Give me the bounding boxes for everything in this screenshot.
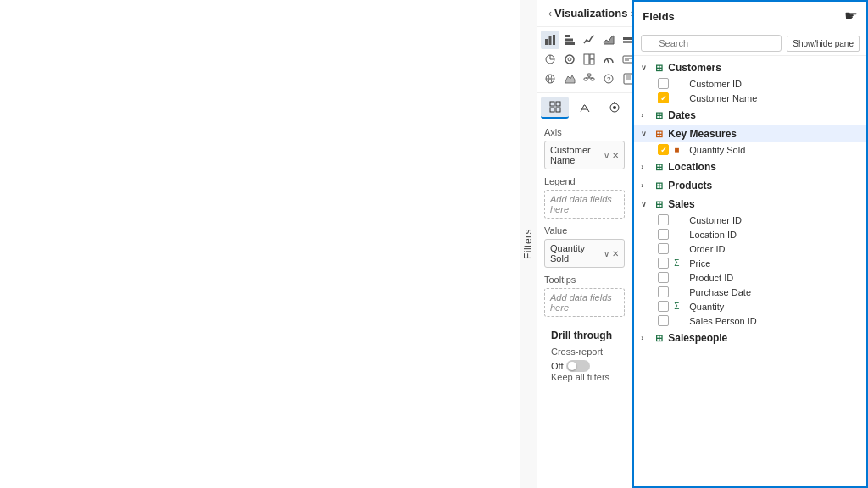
field-price[interactable]: Σ Price [634,256,866,270]
checkbox-sales-person-id[interactable] [658,315,669,326]
viz-icon-map[interactable] [541,69,559,88]
field-label-quantity: Quantity [689,302,860,312]
tab-format[interactable] [570,97,598,119]
viz-icon-treemap[interactable] [580,50,598,69]
filters-sidebar[interactable]: Filters [520,0,537,488]
viz-icon-gauge[interactable] [599,50,618,69]
viz-icon-shape-map[interactable] [560,69,579,88]
table-icon-dates: ⊞ [653,109,665,121]
svg-rect-41 [550,102,554,106]
viz-nav-left[interactable]: ‹ [546,8,554,19]
viz-icon-decomp[interactable] [580,69,598,88]
checkbox-sales-customer-id[interactable] [658,214,669,225]
axis-label: Axis [544,127,625,137]
checkbox-quantity[interactable] [658,301,669,312]
tree-group-header-salespeople[interactable]: › ⊞ Salespeople [634,330,866,347]
tree-group-header-dates[interactable]: › ⊞ Dates [634,107,866,124]
fields-search-input[interactable] [641,35,782,52]
viz-icon-bar[interactable] [541,30,559,49]
table-icon-key-measures: ⊞ [653,128,665,140]
value-expand-icon[interactable]: ∨ [604,249,609,258]
svg-text:?: ? [607,75,611,83]
checkbox-customer-name[interactable] [658,92,669,103]
field-product-id[interactable]: Product ID [634,270,866,285]
group-label-sales: Sales [668,198,694,210]
field-label-order-id: Order ID [689,244,860,254]
toggle-container[interactable]: Off [551,360,618,372]
checkbox-customer-id[interactable] [658,78,669,89]
field-customer-name[interactable]: Customer Name [634,91,866,105]
svg-rect-1 [549,36,552,45]
value-label: Value [544,225,625,236]
tooltips-section: Tooltips Add data fields here [544,274,625,317]
field-quantity-sold[interactable]: ■ Quantity Sold [634,142,866,157]
chevron-dates: › [641,111,649,119]
field-quantity[interactable]: Σ Quantity [634,299,866,313]
svg-rect-44 [556,108,560,112]
svg-rect-6 [623,41,632,43]
field-location-id[interactable]: Location ID [634,227,866,241]
field-order-id[interactable]: Order ID [634,241,866,256]
viz-icon-card[interactable] [619,50,632,69]
show-hide-pane-button[interactable]: Show/hide pane [787,36,860,52]
checkbox-quantity-sold[interactable] [658,144,669,155]
axis-field-pill[interactable]: Customer Name ∨ ✕ [544,141,625,169]
tooltips-field-pill[interactable]: Add data fields here [544,288,625,317]
tree-group-header-products[interactable]: › ⊞ Products [634,177,866,194]
svg-rect-34 [624,74,632,84]
axis-remove-icon[interactable]: ✕ [612,151,619,160]
viz-bottom-tabs [537,92,632,122]
axis-expand-icon[interactable]: ∨ [604,151,609,160]
toggle-track[interactable] [566,360,590,372]
field-sales-customer-id[interactable]: Customer ID [634,213,866,227]
svg-rect-16 [584,54,589,64]
right-panels: ‹ Visualizations › [537,0,868,488]
legend-field-pill[interactable]: Add data fields here [544,190,625,219]
group-label-products: Products [668,180,712,191]
checkbox-price[interactable] [658,258,669,269]
svg-rect-17 [590,54,594,58]
checkbox-purchase-date[interactable] [658,286,669,297]
field-label-product-id: Product ID [689,273,860,283]
tree-group-header-locations[interactable]: › ⊞ Locations [634,158,866,175]
tree-group-header-key-measures[interactable]: ∨ ⊞ Key Measures [634,125,866,142]
type-icon-quantity: Σ [674,302,684,311]
filters-label: Filters [523,229,535,259]
viz-title: Visualizations [554,7,627,19]
field-customer-id[interactable]: Customer ID [634,76,866,91]
svg-rect-4 [565,39,573,42]
value-section: Value Quantity Sold ∨ ✕ [544,225,625,268]
axis-field-value: Customer Name [550,145,604,165]
viz-icon-column[interactable] [560,30,579,49]
field-purchase-date[interactable]: Purchase Date [634,285,866,299]
viz-icon-stacked-bar[interactable] [619,30,632,49]
tab-fields-build[interactable] [541,97,569,119]
viz-icon-line[interactable] [580,30,598,49]
svg-point-15 [568,58,571,61]
svg-rect-7 [623,37,632,40]
field-label-location-id: Location ID [689,230,860,240]
viz-icon-paginated[interactable] [619,69,632,88]
viz-icon-qanda[interactable]: ? [599,69,618,88]
group-label-key-measures: Key Measures [668,128,737,140]
legend-section: Legend Add data fields here [544,176,625,219]
top-panels: ‹ Visualizations › [537,0,868,488]
table-icon-customers: ⊞ [653,62,665,74]
value-field-pill[interactable]: Quantity Sold ∨ ✕ [544,239,625,268]
fields-tree: ∨ ⊞ Customers Customer ID Customer Name [634,56,866,486]
tab-analytics[interactable] [600,97,628,119]
viz-icon-donut[interactable] [560,50,579,69]
field-sales-person-id[interactable]: Sales Person ID [634,313,866,328]
svg-rect-5 [565,42,575,45]
value-remove-icon[interactable]: ✕ [612,249,619,258]
tree-group-header-customers[interactable]: ∨ ⊞ Customers [634,59,866,76]
tree-group-header-sales[interactable]: ∨ ⊞ Sales [634,196,866,213]
checkbox-product-id[interactable] [658,272,669,283]
checkbox-location-id[interactable] [658,229,669,240]
cursor-icon: ☛ [844,7,858,25]
svg-rect-3 [565,35,570,37]
viz-icon-pie[interactable] [541,50,559,69]
checkbox-order-id[interactable] [658,243,669,254]
tree-group-sales: ∨ ⊞ Sales Customer ID Location ID [634,196,866,328]
viz-icon-area[interactable] [599,30,618,49]
